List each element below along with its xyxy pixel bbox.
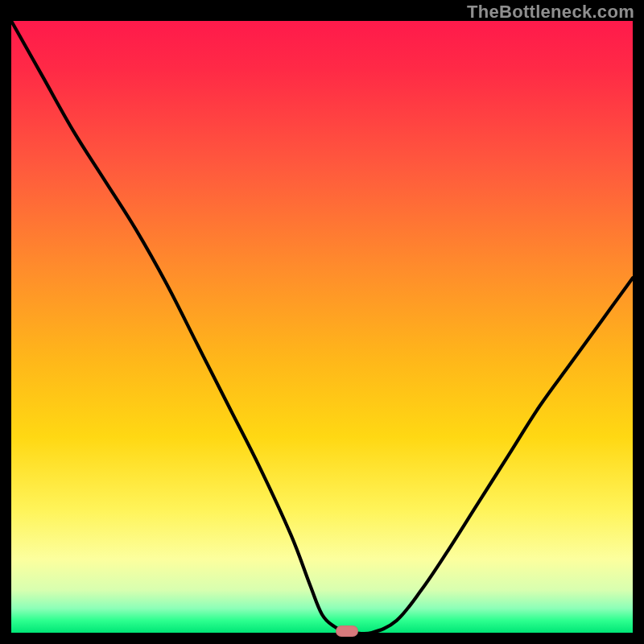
min-marker bbox=[336, 625, 358, 637]
chart-frame: TheBottleneck.com bbox=[0, 0, 644, 644]
watermark-text: TheBottleneck.com bbox=[467, 2, 634, 23]
bottleneck-curve bbox=[11, 21, 633, 633]
